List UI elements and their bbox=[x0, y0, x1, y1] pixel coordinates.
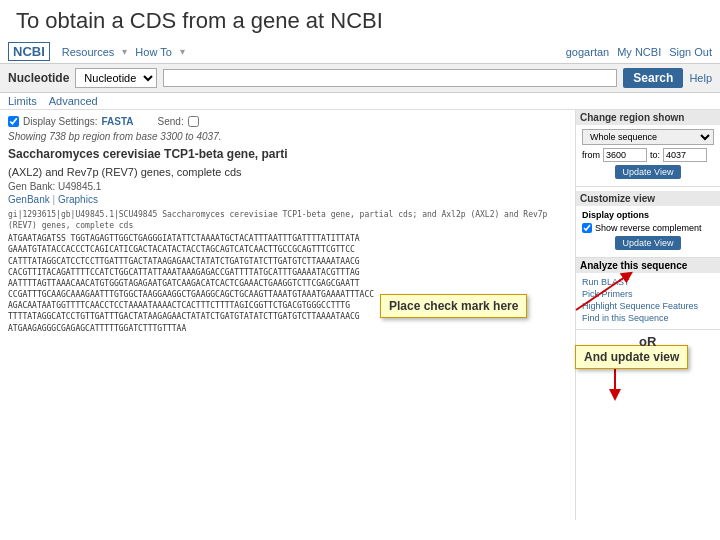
range-row: from to: bbox=[582, 148, 714, 162]
nav-howto[interactable]: How To bbox=[135, 46, 171, 58]
database-label: Nucleotide bbox=[8, 71, 69, 85]
seq-line-4: CACGTTITACAGATTTTCCATCTGGCATTATTAAATAAAG… bbox=[8, 267, 567, 278]
nav-resources[interactable]: Resources bbox=[62, 46, 115, 58]
ncbi-logo: NCBI bbox=[8, 42, 50, 61]
send-checkbox[interactable] bbox=[188, 116, 199, 127]
update-view-btn-1[interactable]: Update View bbox=[615, 165, 682, 179]
sub-nav: Limits Advanced bbox=[0, 93, 720, 110]
ncbi-navbar: NCBI Resources ▾ How To ▾ gogartan My NC… bbox=[0, 40, 720, 64]
user-name[interactable]: gogartan bbox=[566, 46, 609, 58]
change-region-title: Change region shown bbox=[576, 110, 720, 125]
gene-subtitle: (AXL2) and Rev7p (REV7) genes, complete … bbox=[8, 166, 567, 178]
change-region-section: Change region shown Whole sequenceSelect… bbox=[576, 110, 720, 187]
callout-update-view: And update view bbox=[575, 345, 688, 369]
callout-check-mark: Place check mark here bbox=[380, 294, 527, 318]
main-content: Display Settings: FASTA Send: Showing 73… bbox=[0, 110, 720, 520]
analyze-title: Analyze this sequence bbox=[576, 258, 720, 273]
seq-line-1: ATGAATAGATSS TGGTAGAGTTGGCTGAGGGIATATTCT… bbox=[8, 233, 567, 244]
update-view-btn-2[interactable]: Update View bbox=[615, 236, 682, 250]
region-select[interactable]: Whole sequenceSelected regionShown regio… bbox=[582, 129, 714, 145]
right-panel: Change region shown Whole sequenceSelect… bbox=[575, 110, 720, 520]
database-select[interactable]: NucleotideProteinGenePubMedStructure bbox=[75, 68, 157, 88]
show-reverse-checkbox[interactable] bbox=[582, 223, 592, 233]
run-blast-link[interactable]: Run BLAST bbox=[582, 277, 714, 287]
find-in-sequence-link[interactable]: Find in this Sequence bbox=[582, 313, 714, 323]
customize-title: Customize view bbox=[576, 191, 720, 206]
seq-line-5: AATTTTAGTTAAACAACATGTGGGTAGAGAATGATCAAGA… bbox=[8, 278, 567, 289]
graphics-link[interactable]: Graphics bbox=[58, 194, 98, 205]
search-bar: Nucleotide NucleotideProteinGenePubMedSt… bbox=[0, 64, 720, 93]
seq-line-3: CATTTATAGGCATCCTCCTTGATTTGACTATAAGAGAACT… bbox=[8, 256, 567, 267]
show-reverse-label: Show reverse complement bbox=[595, 223, 702, 233]
from-label: from bbox=[582, 150, 600, 160]
send-label: Send: bbox=[158, 116, 184, 127]
analyze-section: Analyze this sequence Run BLAST Pick Pri… bbox=[576, 258, 720, 330]
or-label: oR bbox=[639, 334, 656, 349]
to-label: to: bbox=[650, 150, 660, 160]
sign-out-link[interactable]: Sign Out bbox=[669, 46, 712, 58]
display-format: FASTA bbox=[101, 116, 133, 127]
show-reverse-row: Show reverse complement bbox=[582, 223, 714, 233]
highlight-features-link[interactable]: Highlight Sequence Features bbox=[582, 301, 714, 311]
ncbi-user-nav: gogartan My NCBI Sign Out bbox=[566, 46, 712, 58]
from-input[interactable] bbox=[603, 148, 647, 162]
page-title: To obtain a CDS from a gene at NCBI bbox=[0, 0, 720, 40]
pick-primers-link[interactable]: Pick Primers bbox=[582, 289, 714, 299]
genbank-id: Gen Bank: U49845.1 bbox=[8, 181, 567, 192]
to-input[interactable] bbox=[663, 148, 707, 162]
gene-links: GenBank | Graphics bbox=[8, 194, 567, 205]
seq-line-9: ATGAAGAGGGCGAGAGCATTTTTGGATCTTTGTTTAA bbox=[8, 323, 567, 334]
display-options-label: Display options bbox=[582, 210, 714, 220]
seq-line-2: GAAATGTATACCACCCTCAGICATICGACTACATACTACC… bbox=[8, 244, 567, 255]
search-input[interactable] bbox=[168, 72, 612, 84]
display-settings: Display Settings: FASTA Send: bbox=[8, 116, 567, 127]
sub-nav-limits[interactable]: Limits bbox=[8, 95, 37, 107]
sequence-header: gi|1293615|gb|U49845.1|SCU49845 Saccharo… bbox=[8, 209, 567, 231]
genbank-link[interactable]: GenBank bbox=[8, 194, 50, 205]
search-input-wrap bbox=[163, 69, 617, 87]
fasta-checkbox[interactable] bbox=[8, 116, 19, 127]
my-ncbi-link[interactable]: My NCBI bbox=[617, 46, 661, 58]
gene-title: Saccharomyces cerevisiae TCP1-beta gene,… bbox=[8, 146, 567, 163]
showing-info: Showing 738 bp region from base 3300 to … bbox=[8, 131, 567, 142]
display-settings-label: Display Settings: bbox=[23, 116, 97, 127]
help-link[interactable]: Help bbox=[689, 72, 712, 84]
search-button[interactable]: Search bbox=[623, 68, 683, 88]
sub-nav-advanced[interactable]: Advanced bbox=[49, 95, 98, 107]
customize-section: Customize view Display options Show reve… bbox=[576, 187, 720, 258]
